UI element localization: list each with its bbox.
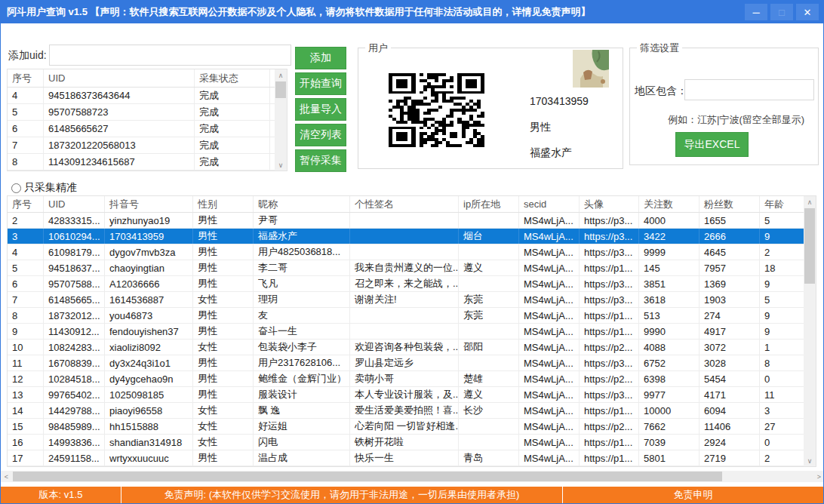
main-table-header: 序号UID抖音号性别昵称个性签名ip所在地secid头像关注数粉丝数年龄 — [8, 196, 816, 213]
table-cell: MS4wLjA... — [519, 450, 580, 466]
minimize-button[interactable]: ─ — [745, 4, 767, 20]
table-cell: chaoyingtian — [105, 260, 193, 275]
column-header[interactable]: 关注数 — [639, 196, 699, 212]
uid-table-scrollbar[interactable]: ∧ ∨ — [275, 69, 287, 171]
table-row[interactable]: 695707588...A12036666男性飞凡召之即来，来之能战，...MS… — [8, 276, 816, 292]
table-cell: 8 — [760, 355, 805, 370]
clear-list-button[interactable]: 清空列表 — [295, 124, 346, 146]
table-row[interactable]: 761485665...1614536887女性理玥谢谢关注!东莞MS4wLjA… — [8, 292, 816, 308]
table-cell: 女性 — [193, 340, 254, 355]
column-header[interactable]: 序号 — [8, 69, 44, 87]
table-cell: dy3x24q3i1o1 — [105, 355, 193, 370]
column-header[interactable]: secid — [519, 196, 580, 212]
scrollbar-thumb[interactable] — [804, 208, 815, 284]
table-cell: 3422 — [639, 229, 699, 244]
column-header[interactable]: UID — [44, 196, 105, 212]
scroll-right-icon[interactable]: > — [813, 471, 824, 482]
table-row[interactable]: 81143091234615687完成 — [8, 154, 287, 171]
table-cell: 15 — [8, 419, 44, 434]
table-row[interactable]: 1598485989...hh1515888女性好运姐心若向阳 一切皆好相逢..… — [8, 419, 816, 435]
table-cell: 2666 — [699, 229, 760, 244]
table-row[interactable]: 242833315...yinzhunyao19男性尹哥MS4wLjA...ht… — [8, 213, 816, 229]
scrollbar-thumb[interactable] — [275, 81, 286, 98]
column-header[interactable]: 昵称 — [254, 196, 350, 212]
main-table-hscrollbar[interactable]: < > — [1, 471, 824, 482]
add-button[interactable]: 添加 — [295, 47, 346, 69]
export-excel-button[interactable]: 导出EXCEL — [675, 132, 749, 157]
scroll-down-icon[interactable]: ∨ — [804, 455, 816, 466]
scroll-left-icon[interactable]: < — [1, 471, 12, 482]
column-header[interactable]: 采集状态 — [195, 69, 270, 87]
scrollbar-thumb[interactable] — [13, 472, 722, 481]
pause-collect-button[interactable]: 暂停采集 — [295, 149, 346, 172]
add-uid-input[interactable] — [49, 45, 291, 66]
table-cell: 完成 — [195, 121, 270, 137]
table-cell: 3028 — [699, 355, 760, 370]
table-row[interactable]: 594518637...chaoyingtian男性李二哥我来自贵州遵义的一位.… — [8, 260, 816, 276]
table-cell: 我来自贵州遵义的一位... — [350, 260, 459, 275]
table-row[interactable]: 4945186373643644完成 — [8, 88, 287, 104]
table-cell: https://p2... — [580, 371, 639, 386]
region-contains-input[interactable] — [684, 79, 814, 100]
column-header[interactable]: ip所在地 — [459, 196, 519, 212]
scroll-up-icon[interactable]: ∧ — [804, 196, 816, 207]
table-cell: 5 — [760, 292, 805, 307]
table-row[interactable]: 818732012...you46873男性友东莞MS4wLjA...https… — [8, 308, 816, 324]
table-cell: MS4wLjA... — [519, 340, 580, 355]
table-cell: 用户4825036818... — [254, 244, 350, 260]
table-cell: 1873201220568013 — [44, 137, 195, 153]
table-cell: 24591158... — [44, 450, 105, 466]
table-cell: MS4wLjA... — [519, 387, 580, 402]
disclaimer-button[interactable]: 免责申明 — [563, 487, 823, 503]
scroll-up-icon[interactable]: ∧ — [275, 69, 287, 81]
titlebar: 阿斗用户查询 v1.5 【声明：软件只搜索互联网公开数据不涉及个人隐私，请勿将软… — [1, 1, 823, 23]
qr-code-image — [389, 73, 484, 147]
close-button[interactable]: ✕ — [796, 4, 819, 20]
column-header[interactable]: 头像 — [580, 196, 639, 212]
column-header[interactable]: 年龄 — [760, 196, 805, 212]
column-header[interactable]: 个性签名 — [350, 196, 459, 212]
column-header[interactable]: 序号 — [8, 196, 44, 212]
column-header[interactable]: 性别 — [193, 196, 254, 212]
table-cell: 1 — [760, 340, 805, 355]
column-header[interactable]: UID — [44, 69, 195, 87]
table-row[interactable]: 71873201220568013完成 — [8, 137, 287, 154]
table-cell: 1614536887 — [105, 292, 193, 307]
table-cell: 9 — [8, 324, 44, 339]
table-cell — [459, 324, 519, 339]
maximize-button[interactable]: □ — [770, 4, 793, 20]
table-row[interactable]: 595707588723完成 — [8, 104, 287, 121]
table-cell: 3 — [8, 229, 44, 244]
table-row[interactable]: 1210284518...dy4ygcehao9n男性鲍维金（金辉门业）卖萌小哥… — [8, 371, 816, 387]
scroll-down-icon[interactable]: ∨ — [275, 159, 287, 171]
user-groupbox: 用户 1703413959 男性 福盛水产 — [358, 48, 623, 169]
table-row[interactable]: 911430912...fendouyishen37男性奋斗一生MS4wLjA.… — [8, 324, 816, 340]
table-cell: 女性 — [193, 419, 254, 434]
precision-radio[interactable]: 只采集精准 — [11, 181, 77, 195]
main-table-vscrollbar[interactable]: ∧ ∨ — [804, 196, 816, 466]
table-row[interactable]: 1414429788...piaoyi96558女性飘 逸爱生活爱美爱拍照！喜.… — [8, 403, 816, 419]
table-row[interactable]: 661485665627完成 — [8, 121, 287, 137]
table-row[interactable]: 1724591158...wrtyxxuucuuc男性温占成快乐一生青岛MS4w… — [8, 450, 816, 466]
table-cell: 楚雄 — [459, 371, 519, 386]
table-row[interactable]: 310610294...1703413959男性福盛水产烟台MS4wLjA...… — [8, 229, 816, 244]
table-row[interactable]: 461098179...dygov7mvb3za男性用户4825036818..… — [8, 244, 816, 260]
table-row[interactable]: 1116708839...dy3x24q3i1o1男性用户2317628106.… — [8, 355, 816, 371]
table-row[interactable]: 1399765402...1025098185男性服装设计本人专业设计服装，及.… — [8, 387, 816, 403]
table-cell: 8 — [8, 154, 44, 170]
table-cell: 9 — [760, 276, 805, 291]
table-cell: 4171 — [699, 387, 760, 402]
table-row[interactable]: 1010824283...xiaolizi8092女性包装袋小李子欢迎咨询各种包… — [8, 340, 816, 355]
table-cell: 东莞 — [459, 292, 519, 307]
table-cell: https://p1... — [580, 403, 639, 418]
table-cell: 1655 — [699, 213, 760, 228]
table-cell: 99765402... — [44, 387, 105, 402]
table-row[interactable]: 1614993836...shandian314918女性闪电铁树开花啦MS4w… — [8, 435, 816, 450]
column-header[interactable]: 抖音号 — [105, 196, 193, 212]
table-cell: 4088 — [639, 340, 699, 355]
column-header[interactable]: 粉丝数 — [699, 196, 760, 212]
start-query-button[interactable]: 开始查询 — [295, 72, 346, 95]
table-cell: https://p2... — [580, 419, 639, 434]
batch-import-button[interactable]: 批量导入 — [295, 98, 346, 121]
radio-circle-icon[interactable] — [11, 183, 21, 193]
